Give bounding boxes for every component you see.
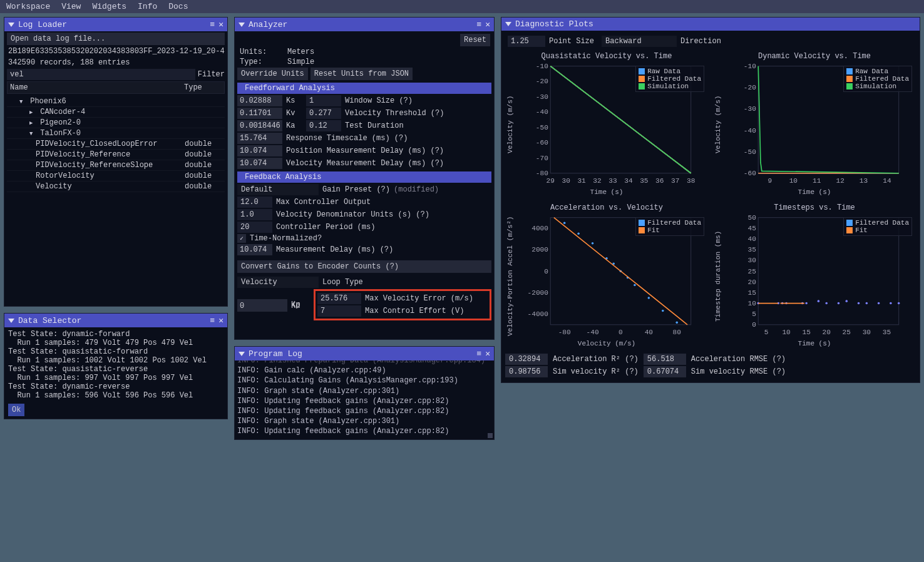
svg-text:-30: -30 bbox=[744, 105, 756, 113]
svg-text:35: 35 bbox=[883, 329, 891, 336]
menu-workspace[interactable]: Workspace bbox=[6, 2, 50, 11]
plot-dynamic[interactable]: Dynamic Velocity vs. Time Velocity (m/s)… bbox=[713, 51, 916, 197]
log-line: INFO: Graph state (Analyzer.cpp:301) bbox=[237, 416, 491, 426]
svg-text:-10: -10 bbox=[744, 63, 756, 70]
records-summary: 342590 records, 188 entries bbox=[7, 58, 225, 68]
close-icon[interactable]: ✕ bbox=[218, 315, 223, 325]
ff-input[interactable] bbox=[306, 120, 341, 131]
svg-text:20: 20 bbox=[823, 329, 831, 336]
reset-units-button[interactable]: Reset Units from JSON bbox=[311, 68, 413, 80]
loop-type-value: Velocity bbox=[241, 278, 277, 287]
tree-row[interactable]: Pigeon2-0 bbox=[7, 118, 225, 128]
program-log-window: Program Log ≡ ✕ INFO: Finished Preparing… bbox=[234, 346, 495, 440]
max-vel-error-input[interactable] bbox=[317, 293, 361, 304]
collapse-icon[interactable] bbox=[8, 319, 14, 323]
collapse-icon[interactable] bbox=[505, 22, 511, 26]
x-axis-label: Time (s) bbox=[505, 187, 708, 197]
ff-input[interactable] bbox=[306, 95, 341, 106]
plot-quasistatic[interactable]: Quasistatic Velocity vs. Time Velocity (… bbox=[505, 51, 708, 197]
max-vel-error-label: Max Velocity Error (m/s) bbox=[365, 294, 473, 303]
menu-view[interactable]: View bbox=[61, 2, 81, 11]
hamburger-icon[interactable]: ≡ bbox=[476, 349, 481, 359]
gain-preset-modified: (modified) bbox=[394, 185, 439, 194]
tree-row[interactable]: RotorVelocitydouble bbox=[7, 171, 225, 181]
svg-text:29: 29 bbox=[547, 177, 555, 185]
convert-gains-button[interactable]: Convert Gains to Encoder Counts (?) bbox=[237, 260, 491, 273]
svg-point-85 bbox=[878, 302, 880, 305]
close-icon[interactable]: ✕ bbox=[485, 349, 490, 359]
svg-point-86 bbox=[890, 302, 892, 305]
hamburger-icon[interactable]: ≡ bbox=[476, 20, 481, 29]
collapse-icon[interactable] bbox=[239, 23, 245, 27]
ok-button[interactable]: Ok bbox=[8, 404, 24, 416]
svg-text:-20: -20 bbox=[536, 78, 548, 85]
ff-right-label: Velocity Threshold (?) bbox=[345, 109, 444, 118]
svg-text:-60: -60 bbox=[744, 170, 756, 177]
filename-label: 2B189E633535385320202034383803FF_2023-12… bbox=[7, 45, 225, 58]
svg-text:15: 15 bbox=[803, 329, 811, 336]
plot-title: Quasistatic Velocity vs. Time bbox=[505, 51, 708, 62]
scroll-handle[interactable] bbox=[488, 433, 493, 438]
svg-text:-30: -30 bbox=[536, 93, 548, 101]
data-selector-line: Test State: quasistatic-reverse bbox=[8, 365, 223, 374]
point-size-input[interactable] bbox=[508, 36, 545, 47]
fb-input[interactable] bbox=[237, 197, 272, 208]
svg-text:-2000: -2000 bbox=[528, 289, 548, 297]
svg-point-50 bbox=[634, 284, 636, 287]
ff-label: Ks bbox=[286, 96, 302, 105]
close-icon[interactable]: ✕ bbox=[485, 19, 490, 29]
filter-input[interactable] bbox=[7, 69, 195, 80]
tree-row[interactable]: PIDVelocity_ReferenceSlopedouble bbox=[7, 160, 225, 171]
ff-value: 0.0018446 bbox=[237, 120, 282, 131]
tree-header: Name Type bbox=[7, 81, 225, 94]
point-size-label: Point Size bbox=[549, 37, 594, 46]
gain-preset-dropdown[interactable]: Default bbox=[237, 184, 319, 195]
time-normalized-checkbox[interactable]: ✓ bbox=[237, 234, 246, 243]
ff-right-label: Window Size (?) bbox=[345, 96, 413, 105]
svg-text:30: 30 bbox=[562, 177, 570, 185]
close-icon[interactable]: ✕ bbox=[218, 19, 223, 29]
hamburger-icon[interactable]: ≡ bbox=[210, 20, 215, 29]
max-control-effort-input[interactable] bbox=[317, 305, 361, 317]
menubar: Workspace View Widgets Info Docs bbox=[0, 0, 924, 13]
plot-accel-vel[interactable]: Acceleration vs. Velocity Velocity-Porti… bbox=[505, 202, 708, 349]
tree-row[interactable]: PIDVelocity_Referencedouble bbox=[7, 150, 225, 160]
fb-input[interactable] bbox=[237, 222, 272, 233]
tree-row[interactable]: PIDVelocity_ClosedLoopErrordouble bbox=[7, 139, 225, 150]
hamburger-icon[interactable]: ≡ bbox=[210, 316, 215, 325]
direction-value: Backward bbox=[605, 37, 642, 46]
reset-button[interactable]: Reset bbox=[460, 34, 490, 46]
svg-text:30: 30 bbox=[748, 257, 756, 264]
direction-label: Direction bbox=[680, 37, 721, 46]
collapse-icon[interactable] bbox=[8, 23, 14, 27]
svg-text:-80: -80 bbox=[558, 329, 571, 336]
plot-title: Dynamic Velocity vs. Time bbox=[713, 51, 916, 62]
svg-text:-40: -40 bbox=[536, 108, 548, 116]
menu-widgets[interactable]: Widgets bbox=[92, 2, 126, 11]
svg-text:4000: 4000 bbox=[531, 225, 548, 232]
loop-type-dropdown[interactable]: Velocity bbox=[237, 277, 319, 288]
window-title: Program Log bbox=[249, 349, 302, 359]
log-line: INFO: Updating feedback gains (Analyzer.… bbox=[237, 426, 491, 436]
svg-text:36: 36 bbox=[655, 177, 664, 185]
direction-dropdown[interactable]: Backward bbox=[602, 36, 677, 47]
svg-text:5: 5 bbox=[752, 310, 756, 318]
tree-row[interactable]: TalonFX-0 bbox=[7, 128, 225, 139]
tree-row[interactable]: Velocitydouble bbox=[7, 181, 225, 192]
menu-info[interactable]: Info bbox=[138, 2, 157, 11]
meas-delay-label: Measurement Delay (ms) (?) bbox=[276, 245, 393, 254]
open-log-button[interactable]: Open data log file... bbox=[7, 33, 225, 45]
svg-text:0: 0 bbox=[752, 321, 756, 329]
collapse-icon[interactable] bbox=[239, 352, 245, 356]
menu-docs[interactable]: Docs bbox=[168, 2, 188, 11]
svg-text:5: 5 bbox=[764, 329, 769, 336]
tree-row[interactable]: Phoenix6 bbox=[7, 96, 225, 107]
plot-timesteps[interactable]: Timesteps vs. Time Timestep duration (ms… bbox=[713, 202, 916, 349]
fb-input[interactable] bbox=[237, 209, 272, 220]
tree-row[interactable]: CANcoder-4 bbox=[7, 107, 225, 118]
y-axis-label: Timestep duration (ms) bbox=[713, 213, 723, 339]
svg-point-80 bbox=[825, 302, 828, 305]
override-units-button[interactable]: Override Units bbox=[237, 68, 308, 80]
x-axis-label: Time (s) bbox=[713, 339, 916, 349]
ff-input[interactable] bbox=[306, 108, 341, 119]
